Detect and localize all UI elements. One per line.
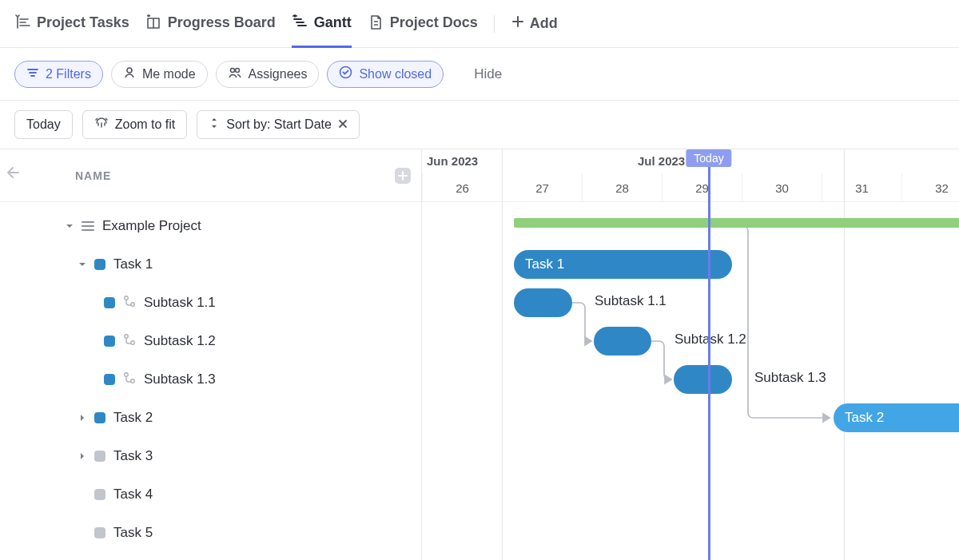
task-row[interactable]: Task 1 [0,245,421,284]
list-gantt-icon [14,14,30,30]
sort-by-button[interactable]: Sort by: Start Date [197,110,360,139]
today-label: Today [26,117,61,132]
zoom-fit-label: Zoom to fit [115,117,176,132]
task-row[interactable]: Task 4 [0,475,421,514]
gantt-icon [292,14,308,30]
status-square [94,489,105,500]
zoom-fit-icon [94,116,109,133]
week-cell[interactable]: 27 [502,173,582,202]
task-label: Subtask 1.2 [144,333,216,349]
show-closed-chip[interactable]: Show closed [327,61,444,88]
week-cell[interactable]: 26 [422,173,502,202]
subtask-branch-icon [123,333,136,350]
tab-project-tasks[interactable]: Project Tasks [14,0,129,48]
week-cell[interactable]: 28 [582,173,662,202]
bar-label: Task 2 [845,410,884,426]
caret-down-icon[interactable] [66,222,74,230]
board-icon [145,14,161,30]
gantt-toolbar: Today Zoom to fit Sort by: Start Date [0,101,959,149]
svg-point-1 [230,68,234,72]
status-square [94,412,105,423]
week-cell[interactable]: 29 [662,173,742,202]
today-button[interactable]: Today [14,110,73,139]
task-bar[interactable] [674,365,732,394]
tab-label: Gantt [314,14,352,31]
svg-point-5 [125,296,128,299]
sort-by-label: Sort by: Start Date [226,117,332,132]
svg-point-10 [131,379,134,382]
gantt-chart[interactable]: Jun 2023 Jul 2023 26 27 28 29 30 31 32 T… [422,149,959,560]
assignees-label: Assignees [249,67,308,81]
filter-bar: 2 Filters Me mode Assignees Show closed … [0,48,959,101]
close-icon[interactable] [338,117,348,132]
filter-icon [26,66,39,82]
tab-label: Project Docs [390,14,478,31]
tab-progress-board[interactable]: Progress Board [145,0,276,48]
filters-chip[interactable]: 2 Filters [14,61,103,88]
zoom-to-fit-button[interactable]: Zoom to fit [82,110,188,139]
assignees-chip[interactable]: Assignees [216,61,320,88]
svg-point-8 [131,340,134,344]
week-cell[interactable]: 32 [901,173,959,202]
task-tree-header: NAME [0,149,421,202]
task-row[interactable]: Task 3 [0,437,421,475]
month-label: Jun 2023 [427,154,478,168]
task-tree-panel: NAME Example Project Task 1 Subtask 1.1 [0,149,422,560]
sort-icon [209,117,220,133]
tab-divider [494,15,495,33]
name-column-header: NAME [75,169,111,182]
task-bar[interactable]: Task 1 [514,250,732,279]
status-square [94,527,105,538]
hide-button[interactable]: Hide [474,66,502,82]
status-square [94,451,105,462]
add-column-button[interactable] [394,167,412,187]
status-square [104,374,115,385]
task-tree: Example Project Task 1 Subtask 1.1 Subta… [0,202,421,552]
subtask-branch-icon [123,371,136,388]
project-row[interactable]: Example Project [0,207,421,245]
status-square [104,336,115,347]
bar-label: Subtask 1.2 [674,332,746,348]
week-cell[interactable]: 30 [742,173,822,202]
bar-label: Subtask 1.1 [595,293,667,309]
add-view-label: Add [530,15,558,32]
bar-label: Task 1 [525,256,564,272]
add-view-button[interactable]: Add [511,14,558,33]
plus-icon [511,14,525,33]
caret-down-icon[interactable] [78,260,86,268]
task-row[interactable]: Subtask 1.3 [0,360,421,399]
bar-label: Subtask 1.3 [754,370,826,386]
task-row[interactable]: Subtask 1.2 [0,322,421,360]
caret-right-icon[interactable] [78,452,86,460]
doc-icon [368,14,384,30]
task-label: Task 5 [113,525,153,541]
task-bar[interactable] [594,327,651,355]
svg-point-9 [125,372,128,375]
caret-right-icon[interactable] [78,414,86,422]
svg-point-0 [127,68,132,73]
svg-point-2 [235,68,239,72]
task-label: Subtask 1.1 [144,295,216,311]
svg-point-7 [125,334,128,337]
today-line [708,149,710,560]
svg-point-6 [131,302,134,305]
check-circle-icon [339,66,352,82]
task-row[interactable]: Task 2 [0,399,421,437]
task-label: Task 4 [113,487,153,502]
show-closed-label: Show closed [359,67,432,81]
task-row[interactable]: Subtask 1.1 [0,284,421,322]
person-icon [123,66,136,82]
list-icon [82,220,94,232]
today-marker[interactable]: Today [686,149,731,167]
week-cell[interactable]: 31 [822,173,901,202]
task-label: Task 3 [113,448,153,464]
task-bar[interactable] [514,288,572,317]
tab-project-docs[interactable]: Project Docs [368,0,478,48]
gantt-area: NAME Example Project Task 1 Subtask 1.1 [0,149,959,560]
project-summary-bar[interactable] [514,218,959,228]
task-bar[interactable]: Task 2 [834,403,959,432]
task-row[interactable]: Task 5 [0,514,421,552]
me-mode-chip[interactable]: Me mode [111,61,208,88]
tab-gantt[interactable]: Gantt [292,0,352,48]
project-label: Example Project [102,218,201,234]
